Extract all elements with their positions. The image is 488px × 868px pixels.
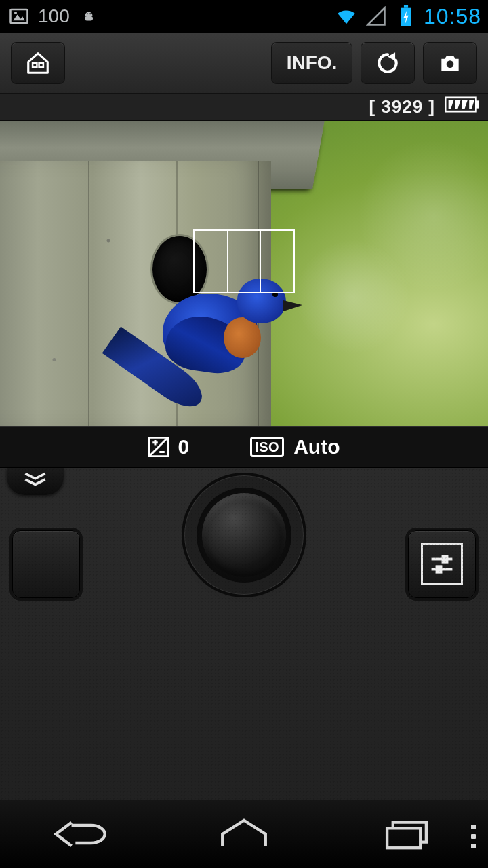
autofocus-frame[interactable] bbox=[193, 229, 295, 293]
home-nav-icon bbox=[211, 816, 277, 852]
camera-battery-icon bbox=[445, 96, 480, 117]
home-button[interactable] bbox=[11, 42, 65, 84]
shutter-button[interactable] bbox=[197, 488, 291, 583]
camera-icon bbox=[437, 50, 463, 76]
live-view[interactable] bbox=[0, 121, 488, 426]
svg-rect-15 bbox=[476, 100, 479, 108]
gallery-icon bbox=[7, 4, 31, 28]
ev-setting[interactable]: 0 bbox=[148, 435, 190, 458]
shooting-settings-button[interactable] bbox=[408, 530, 476, 598]
iso-setting[interactable]: ISO Auto bbox=[250, 435, 340, 458]
android-status-bar: 100 10:58 bbox=[0, 0, 488, 33]
camera-mode-button[interactable] bbox=[423, 42, 477, 84]
svg-marker-6 bbox=[367, 8, 384, 25]
clock-text: 10:58 bbox=[424, 4, 481, 29]
svg-marker-16 bbox=[449, 100, 454, 109]
refresh-icon bbox=[375, 50, 401, 76]
svg-rect-26 bbox=[443, 556, 447, 561]
recents-icon bbox=[374, 816, 439, 852]
shots-remaining: [ 3929 ] bbox=[369, 96, 435, 117]
refresh-button[interactable] bbox=[361, 42, 415, 84]
cell-signal-icon bbox=[364, 4, 388, 28]
svg-rect-3 bbox=[85, 16, 93, 21]
controls-area bbox=[0, 468, 488, 800]
exposure-settings-strip: 0 ISO Auto bbox=[0, 426, 488, 468]
battery-charging-icon bbox=[394, 4, 418, 28]
iso-value: Auto bbox=[293, 435, 340, 458]
svg-marker-18 bbox=[462, 100, 468, 109]
svg-rect-0 bbox=[11, 9, 28, 23]
svg-rect-8 bbox=[404, 5, 408, 8]
android-nav-bar bbox=[0, 800, 488, 868]
svg-rect-10 bbox=[33, 63, 37, 67]
svg-rect-11 bbox=[39, 63, 43, 67]
svg-rect-29 bbox=[387, 828, 420, 848]
svg-point-13 bbox=[447, 60, 454, 68]
back-icon bbox=[49, 816, 114, 852]
info-label: INFO. bbox=[287, 52, 338, 74]
svg-point-5 bbox=[89, 13, 91, 14]
recents-button[interactable] bbox=[366, 814, 447, 854]
svg-marker-1 bbox=[13, 15, 25, 21]
live-info-strip: [ 3929 ] bbox=[0, 94, 488, 121]
svg-rect-28 bbox=[437, 566, 441, 572]
home-nav-button[interactable] bbox=[203, 814, 285, 854]
home-icon bbox=[25, 50, 51, 76]
info-button[interactable]: INFO. bbox=[271, 42, 352, 84]
birdhouse-wall bbox=[0, 161, 271, 426]
svg-point-2 bbox=[14, 12, 17, 14]
back-button[interactable] bbox=[41, 814, 122, 854]
iso-icon: ISO bbox=[250, 437, 284, 457]
wifi-icon bbox=[334, 4, 359, 28]
svg-marker-17 bbox=[455, 100, 461, 109]
panel-pull-tab[interactable] bbox=[7, 468, 64, 495]
android-debug-icon bbox=[77, 4, 101, 28]
app-toolbar: INFO. bbox=[0, 33, 488, 94]
svg-marker-19 bbox=[469, 100, 474, 109]
exposure-comp-icon bbox=[148, 437, 169, 457]
chevron-down-stack-icon bbox=[22, 472, 49, 487]
sliders-icon bbox=[421, 543, 463, 585]
last-shot-thumbnail[interactable] bbox=[12, 530, 80, 598]
menu-button[interactable] bbox=[471, 825, 476, 848]
svg-point-4 bbox=[86, 13, 87, 14]
battery-percent-text: 100 bbox=[38, 5, 70, 27]
ev-value: 0 bbox=[178, 435, 190, 458]
svg-marker-12 bbox=[388, 52, 395, 61]
